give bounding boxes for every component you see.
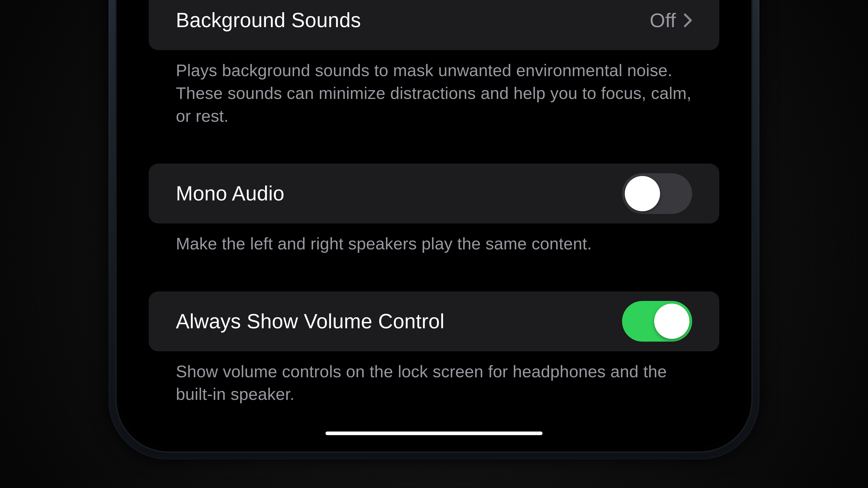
- cell-label-background-sounds: Background Sounds: [176, 8, 361, 32]
- footer-mono-audio: Make the left and right speakers play th…: [149, 223, 719, 255]
- stage: Background Sounds Off Plays background s…: [0, 0, 868, 488]
- chevron-right-icon: [684, 13, 692, 27]
- footer-background-sounds: Plays background sounds to mask unwanted…: [149, 50, 719, 127]
- cell-always-show-volume: Always Show Volume Control: [149, 291, 719, 351]
- cell-label-mono-audio: Mono Audio: [176, 182, 284, 205]
- phone-frame: Background Sounds Off Plays background s…: [108, 0, 760, 459]
- cell-background-sounds[interactable]: Background Sounds Off: [149, 0, 719, 50]
- cell-label-always-show-volume: Always Show Volume Control: [176, 310, 445, 333]
- cell-mono-audio: Mono Audio: [149, 164, 719, 223]
- footer-always-show-volume: Show volume controls on the lock screen …: [149, 351, 719, 406]
- toggle-knob-icon: [625, 176, 660, 211]
- cell-value-background-sounds: Off: [650, 9, 676, 32]
- group-mono-audio: Mono Audio Make the left and right speak…: [149, 164, 719, 255]
- phone-bezel: Background Sounds Off Plays background s…: [115, 0, 753, 453]
- group-always-show-volume: Always Show Volume Control Show volume c…: [149, 291, 719, 406]
- toggle-mono-audio[interactable]: [622, 173, 692, 214]
- home-indicator[interactable]: [326, 431, 542, 435]
- cell-trail-background-sounds: Off: [650, 9, 692, 32]
- toggle-knob-icon: [654, 304, 689, 339]
- settings-list: Background Sounds Off Plays background s…: [122, 0, 746, 447]
- group-background-sounds: Background Sounds Off Plays background s…: [149, 0, 719, 127]
- phone-screen: Background Sounds Off Plays background s…: [122, 0, 746, 447]
- toggle-always-show-volume[interactable]: [622, 301, 692, 341]
